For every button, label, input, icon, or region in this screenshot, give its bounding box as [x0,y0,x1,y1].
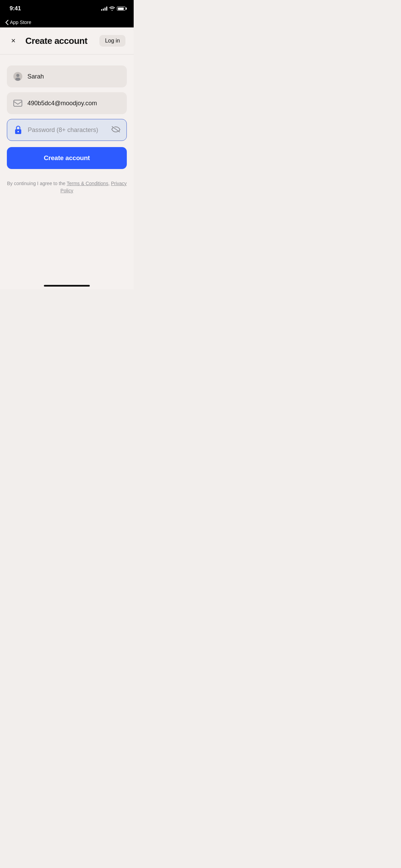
svg-rect-3 [14,100,22,106]
password-placeholder: Password (8+ characters) [28,126,107,134]
mail-icon [13,98,23,108]
email-value: 490b5dc4@moodjoy.com [27,100,121,107]
battery-icon [117,7,125,11]
signal-icon [101,7,107,11]
user-icon [13,72,23,81]
name-field[interactable]: Sarah [7,65,127,87]
password-field[interactable]: Password (8+ characters) [7,119,127,141]
terms-separator: , [108,181,111,186]
create-account-button[interactable]: Create account [7,147,127,169]
status-bar: 9:41 [0,0,134,17]
login-button[interactable]: Log in [99,35,125,47]
lock-icon [13,125,23,135]
name-value: Sarah [27,73,121,80]
form-area: Sarah 490b5dc4@moodjoy.com Password ( [0,55,134,176]
status-time: 9:41 [10,5,21,12]
wifi-icon [109,7,115,11]
email-field[interactable]: 490b5dc4@moodjoy.com [7,92,127,114]
close-button[interactable]: × [7,34,20,47]
header-left: × Create account [7,34,87,47]
page-title: Create account [25,36,87,46]
home-indicator [44,285,90,287]
close-icon: × [11,37,16,45]
terms-conditions-link[interactable]: Terms & Conditions [67,181,108,186]
svg-point-1 [16,74,20,77]
status-icons [101,7,125,11]
svg-point-5 [17,131,19,132]
back-button[interactable]: App Store [5,20,31,25]
svg-point-2 [15,78,21,81]
toggle-password-icon[interactable] [111,126,120,134]
terms-text: By continuing I agree to the Terms & Con… [0,176,134,194]
sheet-header: × Create account Log in [0,27,134,55]
terms-prefix: By continuing I agree to the [7,181,66,186]
nav-back-bar: App Store [0,17,134,27]
back-label: App Store [10,20,31,25]
create-account-sheet: × Create account Log in Sarah [0,27,134,289]
